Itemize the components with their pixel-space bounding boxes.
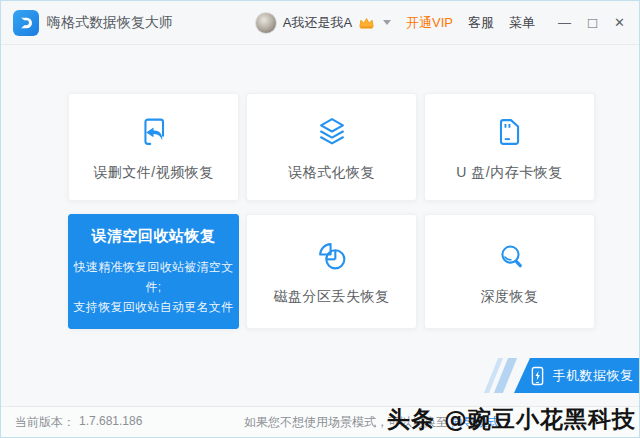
phone-button-label: 手机数据恢复 xyxy=(553,367,634,385)
tile-description-line2: 支持恢复回收站自动更名文件 xyxy=(74,297,234,317)
tile-description-line1: 快速精准恢复回收站被清空文件; xyxy=(69,257,238,297)
magnifier-icon xyxy=(491,237,529,275)
app-window: 嗨格式数据恢复大师 A我还是我A 开通VIP 客服 菜单 — □ ✕ xyxy=(0,0,640,438)
watermark: 头条 @豌豆小花黑科技 xyxy=(387,404,636,435)
tile-label: U 盘/内存卡恢复 xyxy=(456,164,562,182)
tile-label: 误格式化恢复 xyxy=(288,164,375,182)
pie-chart-icon xyxy=(313,237,351,275)
customer-service-button[interactable]: 客服 xyxy=(468,14,494,32)
titlebar: 嗨格式数据恢复大师 A我还是我A 开通VIP 客服 菜单 — □ ✕ xyxy=(1,1,639,45)
open-vip-button[interactable]: 开通VIP xyxy=(406,14,453,32)
titlebar-right: A我还是我A 开通VIP 客服 菜单 — □ ✕ xyxy=(255,12,625,34)
tile-deleted-file-recovery[interactable]: 误删文件/视频恢复 xyxy=(68,93,239,201)
recovery-mode-grid: 误删文件/视频恢复 误格式化恢复 U 盘/内存卡恢复 xyxy=(68,93,595,329)
phone-icon xyxy=(530,366,545,386)
tile-label: 磁盘分区丢失恢复 xyxy=(274,288,390,306)
tile-label: 误删文件/视频恢复 xyxy=(93,164,213,182)
tile-usb-sdcard-recovery[interactable]: U 盘/内存卡恢复 xyxy=(424,93,595,201)
menu-button[interactable]: 菜单 xyxy=(509,14,535,32)
tile-recycle-bin-recovery[interactable]: 误清空回收站恢复 快速精准恢复回收站被清空文件; 支持恢复回收站自动更名文件 xyxy=(68,214,239,329)
window-controls: — □ ✕ xyxy=(558,15,625,30)
sd-card-icon xyxy=(491,113,529,151)
tile-title: 误清空回收站恢复 xyxy=(92,227,216,246)
phone-data-recovery-button[interactable]: 手机数据恢复 xyxy=(514,358,639,393)
vip-crown-icon xyxy=(358,16,375,30)
minimize-button[interactable]: — xyxy=(558,16,571,29)
tile-format-recovery[interactable]: 误格式化恢复 xyxy=(246,93,417,201)
tile-deep-recovery[interactable]: 深度恢复 xyxy=(424,214,595,329)
username: A我还是我A xyxy=(283,14,352,32)
tile-partition-loss-recovery[interactable]: 磁盘分区丢失恢复 xyxy=(246,214,417,329)
user-account[interactable]: A我还是我A xyxy=(255,12,391,34)
file-restore-icon xyxy=(135,113,173,151)
main-area: 误删文件/视频恢复 误格式化恢复 U 盘/内存卡恢复 xyxy=(1,45,639,407)
layers-icon xyxy=(313,113,351,151)
maximize-button[interactable]: □ xyxy=(588,15,597,30)
app-logo-icon xyxy=(13,10,39,36)
version-value: 1.7.681.186 xyxy=(79,414,142,431)
avatar[interactable] xyxy=(255,12,277,34)
app-title: 嗨格式数据恢复大师 xyxy=(47,14,173,32)
close-button[interactable]: ✕ xyxy=(614,16,625,29)
chevron-down-icon xyxy=(383,20,391,25)
version-label: 当前版本： xyxy=(15,414,75,431)
tile-label: 深度恢复 xyxy=(481,288,539,306)
version-info: 当前版本： 1.7.681.186 xyxy=(15,414,142,431)
